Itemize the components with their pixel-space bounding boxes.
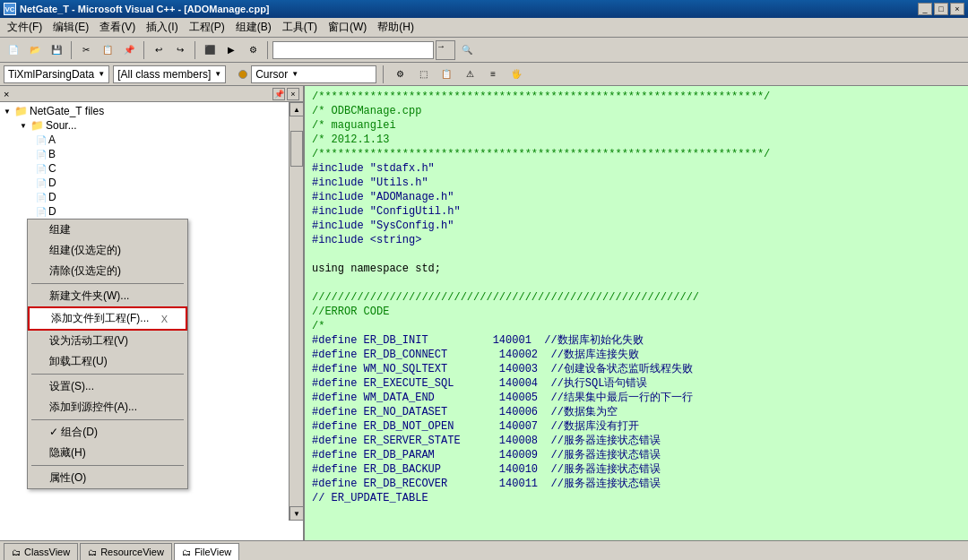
- scroll-thumb[interactable]: [290, 131, 303, 167]
- code-line-28: #define ER_DB_RECOVER 140011 //服务器连接状态错误: [312, 477, 961, 491]
- go-button[interactable]: →: [436, 40, 455, 60]
- paste-button[interactable]: 📌: [119, 40, 139, 60]
- tab-resourceview[interactable]: 🗂 ResourceView: [80, 543, 172, 560]
- code-line-5: /***************************************…: [312, 147, 961, 161]
- title-bar: VC NetGate_T - Microsoft Visual C++ - [A…: [0, 0, 968, 18]
- tree-item-A[interactable]: 📄 A: [2, 133, 301, 147]
- panel-close-button[interactable]: ×: [287, 88, 299, 100]
- menu-window[interactable]: 窗口(W): [323, 18, 372, 37]
- toolbar2-btn3[interactable]: 📋: [436, 65, 456, 84]
- menu-edit[interactable]: 编辑(E): [48, 18, 94, 37]
- file-icon-D1: 📄: [36, 178, 47, 188]
- minimize-button[interactable]: _: [918, 3, 932, 15]
- build-btn-2[interactable]: ▶: [221, 40, 241, 60]
- root-folder-icon: 📁: [14, 105, 28, 117]
- toolbar2-btn4[interactable]: ⚠: [460, 65, 480, 84]
- file-icon-A: 📄: [36, 135, 47, 145]
- menu-project[interactable]: 工程(P): [184, 18, 230, 37]
- class-dropdown-arrow: ▼: [98, 70, 105, 78]
- code-line-20: #define WM_NO_SQLTEXT 140003 //创建设备状态监听线…: [312, 362, 961, 376]
- toolbar-separator-1: [71, 41, 72, 59]
- open-button[interactable]: 📂: [25, 40, 45, 60]
- cut-button[interactable]: ✂: [76, 40, 96, 60]
- tab-classview[interactable]: 🗂 ClassView: [4, 543, 78, 560]
- copy-button[interactable]: 📋: [98, 40, 117, 60]
- tree-item-D3[interactable]: 📄 D: [2, 204, 301, 219]
- code-line-11: #include <string>: [312, 233, 961, 247]
- code-line-23: #define ER_NO_DATASET 140006 //数据集为空: [312, 405, 961, 419]
- panel-pin-button[interactable]: 📌: [272, 88, 285, 100]
- class-dropdown[interactable]: TiXmlParsingData ▼: [4, 65, 109, 83]
- menu-file[interactable]: 文件(F): [2, 18, 48, 37]
- scroll-down-arrow[interactable]: ▼: [290, 506, 304, 521]
- ctx-properties[interactable]: 属性(O): [28, 468, 187, 488]
- build-btn-1[interactable]: ⬛: [200, 40, 220, 60]
- restore-button[interactable]: □: [934, 3, 948, 15]
- file-icon-D3: 📄: [36, 207, 47, 217]
- tree-item-D2-label: D: [48, 191, 56, 203]
- ctx-settings[interactable]: 设置(S)...: [28, 376, 187, 397]
- tree-source-folder[interactable]: ▼ 📁 Sour...: [2, 118, 301, 133]
- ctx-build[interactable]: 组建: [28, 220, 187, 240]
- toolbar2-btn1[interactable]: ⚙: [390, 65, 410, 84]
- ctx-new-folder[interactable]: 新建文件夹(W)...: [28, 286, 187, 306]
- menu-build[interactable]: 组建(B): [230, 18, 277, 37]
- code-line-26: #define ER_DB_PARAM 140009 //服务器连接状态错误: [312, 448, 961, 462]
- tree-item-D2[interactable]: 📄 D: [2, 190, 301, 204]
- menu-insert[interactable]: 插入(I): [141, 18, 183, 37]
- toolbar2-btn5[interactable]: ≡: [483, 65, 503, 84]
- undo-button[interactable]: ↩: [149, 40, 169, 60]
- ctx-clean-selected[interactable]: 清除(仅选定的): [28, 261, 187, 281]
- redo-button[interactable]: ↪: [170, 40, 190, 60]
- build-btn-3[interactable]: ⚙: [243, 40, 263, 60]
- source-expand-icon[interactable]: ▼: [20, 122, 29, 130]
- code-editor[interactable]: /***************************************…: [305, 86, 968, 540]
- code-line-1: /***************************************…: [312, 90, 961, 104]
- ctx-hide[interactable]: 隐藏(H): [28, 443, 187, 463]
- code-line-10: #include "SysConfig.h": [312, 219, 961, 233]
- ctx-unload[interactable]: 卸载工程(U): [28, 351, 187, 372]
- code-line-17: /*: [312, 319, 961, 333]
- title-bar-buttons[interactable]: _ □ ×: [918, 3, 964, 15]
- ctx-set-active-label: 设为活动工程(V): [49, 333, 128, 349]
- ctx-add-source-label: 添加到源控件(A)...: [49, 400, 137, 415]
- menu-tools[interactable]: 工具(T): [277, 18, 323, 37]
- toolbar2-btn2[interactable]: ⬚: [413, 65, 433, 84]
- menu-view[interactable]: 查看(V): [94, 18, 141, 37]
- tab-fileview[interactable]: 🗂 FileView: [174, 543, 239, 560]
- cursor-dropdown[interactable]: Cursor ▼: [251, 65, 376, 83]
- ctx-add-file-shortcut: X: [161, 314, 168, 324]
- tree-item-B[interactable]: 📄 B: [2, 147, 301, 161]
- toolbar-separator-2: [143, 41, 144, 59]
- search-input[interactable]: [272, 41, 434, 59]
- close-button[interactable]: ×: [950, 3, 964, 15]
- save-button[interactable]: 💾: [47, 40, 66, 60]
- toolbar-main: 📄 📂 💾 ✂ 📋 📌 ↩ ↪ ⬛ ▶ ⚙ → 🔍: [0, 38, 968, 63]
- code-line-24: #define ER_DB_NOT_OPEN 140007 //数据库没有打开: [312, 419, 961, 434]
- ctx-add-source[interactable]: 添加到源控件(A)...: [28, 397, 187, 418]
- tree-root[interactable]: ▼ 📁 NetGate_T files: [2, 104, 301, 118]
- scroll-up-arrow[interactable]: ▲: [290, 102, 304, 116]
- member-dropdown[interactable]: [All class members] ▼: [113, 65, 226, 83]
- member-dropdown-value: [All class members]: [117, 68, 211, 81]
- tree-item-C[interactable]: 📄 C: [2, 161, 301, 176]
- ctx-build-selected[interactable]: 组建(仅选定的): [28, 240, 187, 261]
- ctx-add-file[interactable]: 添加文件到工程(F)... X: [28, 306, 187, 331]
- left-scrollbar[interactable]: ▲ ▼: [289, 102, 303, 521]
- tab-resourceview-label: ResourceView: [100, 547, 164, 557]
- find-button[interactable]: 🔍: [457, 40, 477, 60]
- new-button[interactable]: 📄: [4, 40, 23, 60]
- context-menu: 组建 组建(仅选定的) 清除(仅选定的) 新建文件夹(W)... 添加文件到工程…: [27, 219, 188, 489]
- ctx-sep-3: [31, 419, 184, 420]
- code-line-3: /* maguanglei: [312, 118, 961, 133]
- toolbar2-btn6[interactable]: 🖐: [506, 65, 526, 84]
- root-expand-icon[interactable]: ▼: [4, 108, 13, 116]
- cursor-dropdown-value: Cursor: [255, 68, 288, 81]
- tree-item-D1[interactable]: 📄 D: [2, 176, 301, 190]
- menu-help[interactable]: 帮助(H): [372, 18, 419, 37]
- code-line-22: #define WM_DATA_END 140005 //结果集中最后一行的下一…: [312, 391, 961, 405]
- ctx-group[interactable]: ✓ 组合(D): [28, 422, 187, 443]
- ctx-set-active[interactable]: 设为活动工程(V): [28, 331, 187, 351]
- tab-classview-label: ClassView: [24, 547, 70, 557]
- left-panel-title: ×: [4, 89, 9, 99]
